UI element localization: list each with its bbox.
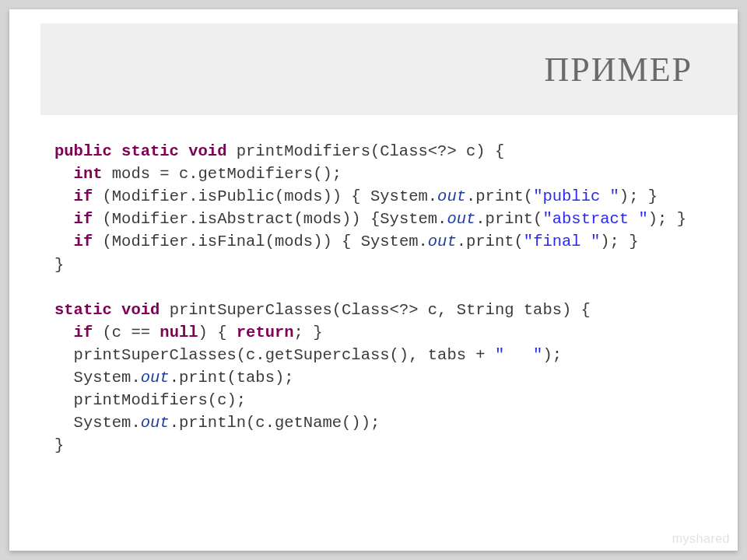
code-token: "public ": [533, 187, 619, 205]
code-token: [54, 187, 74, 205]
code-token: int: [74, 165, 103, 183]
code-token: System.: [54, 369, 141, 387]
code-token: [54, 210, 74, 228]
code-token: "final ": [524, 233, 600, 250]
code-token: printSuperClasses(Class<?> c, String tab…: [160, 301, 591, 319]
code-token: mods = c.getModifiers();: [103, 165, 342, 183]
code-token: ); }: [600, 233, 638, 250]
code-token: );: [542, 346, 562, 364]
code-token: ) {: [198, 324, 237, 341]
code-token: "abstract ": [542, 210, 647, 228]
code-token: .print(: [475, 210, 542, 228]
code-token: .println(c.getName());: [170, 414, 381, 432]
code-token: if: [74, 210, 93, 228]
code-token: out: [437, 187, 466, 205]
code-token: (Modifier.isPublic(mods)) { System.: [93, 187, 437, 205]
code-token: out: [141, 414, 170, 432]
code-token: }: [54, 256, 64, 274]
code-token: ; }: [294, 324, 323, 341]
slide-title: ПРИМЕР: [545, 50, 693, 89]
code-token: [54, 233, 74, 250]
code-token: " ": [495, 346, 543, 364]
code-token: if: [74, 324, 93, 341]
code-token: }: [54, 436, 64, 454]
code-token: static void: [54, 301, 160, 319]
code-token: printModifiers(Class<?> c) {: [226, 142, 504, 160]
code-token: ); }: [619, 187, 658, 205]
code-token: null: [160, 324, 198, 341]
code-token: printSuperClasses(c.getSuperclass(), tab…: [54, 346, 495, 364]
code-token: if: [74, 233, 93, 250]
code-token: (Modifier.isAbstract(mods)) {System.: [93, 210, 447, 228]
title-strip: ПРИМЕР: [40, 23, 738, 115]
code-token: [54, 165, 74, 183]
code-token: System.: [54, 414, 141, 432]
code-token: ); }: [648, 210, 686, 228]
code-token: [54, 324, 74, 341]
code-token: (c ==: [93, 324, 160, 341]
code-token: (Modifier.isFinal(mods)) { System.: [93, 233, 428, 250]
code-token: .print(: [457, 233, 524, 250]
code-token: public static void: [54, 142, 226, 160]
code-token: .print(: [466, 187, 533, 205]
code-token: out: [141, 369, 170, 387]
code-token: out: [428, 233, 457, 250]
code-block: public static void printModifiers(Class<…: [54, 140, 707, 457]
code-token: printModifiers(c);: [54, 391, 246, 409]
watermark: myshared: [672, 532, 730, 546]
slide: ПРИМЕР public static void printModifiers…: [9, 9, 738, 551]
code-token: .print(tabs);: [170, 369, 294, 387]
code-token: if: [74, 187, 93, 205]
code-token: out: [447, 210, 475, 228]
code-token: return: [237, 324, 294, 341]
